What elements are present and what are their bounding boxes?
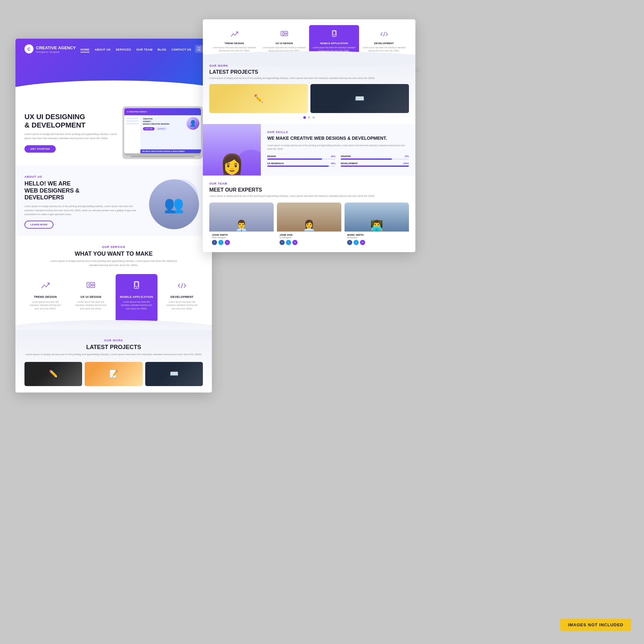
social-twitter-1[interactable]: t (218, 240, 223, 245)
member-socials-2: f t in (279, 240, 339, 245)
right-dev-icon (378, 28, 390, 40)
dot-3[interactable] (312, 116, 315, 119)
nav-about[interactable]: ABOUT US (95, 48, 110, 51)
member-name-2: JANE DOE (279, 233, 339, 236)
dot-active[interactable] (303, 116, 306, 119)
social-twitter-3[interactable]: t (354, 240, 359, 245)
nav-home[interactable]: HOME (81, 48, 90, 52)
page-left: C CREATIVE AGENCY Wordpress Template HOM… (15, 39, 212, 393)
member-socials-3: f t in (347, 240, 406, 245)
hero-text: UX UI DESIGNING& DEVELOPMENT Lorem ipsum… (24, 113, 119, 152)
service-name-mobile: MOBILE APPLICATION (119, 295, 154, 298)
project-thumb-1[interactable]: ✏️ (24, 362, 82, 386)
right-project-1[interactable]: ✏️ (209, 84, 308, 113)
project-icon-1: ✏️ (49, 370, 58, 378)
service-name-trend: TREND DESIGN (28, 295, 63, 298)
service-desc-trend: Lorem Ipsum has been the industry's stan… (28, 300, 63, 311)
laptop-sidebar (124, 115, 140, 153)
nav-contact[interactable]: CONTACT US (172, 48, 191, 51)
svg-rect-4 (135, 282, 138, 287)
projects-title: LATEST PROJECTS (24, 344, 203, 351)
team-members: 👨‍💼 JOHN SIMTH Web Designer f t in 👩‍💼 (209, 203, 409, 246)
about-text: ABOUT US HELLO! WE AREWEB DESIGNERS &DEV… (24, 175, 143, 229)
project-icon-2: 📝 (109, 370, 118, 378)
skill-graphic-label: GRAPHIC (341, 155, 351, 157)
skill-dev-pct: 100% (403, 162, 409, 165)
member-info-3: MARK SMITH Developer f t in (345, 232, 409, 246)
skills-image: 👩 (203, 124, 261, 175)
team-photo-2: 👩‍💼 (277, 203, 341, 232)
nav-links: HOME ABOUT US SERVICES OUR TEAM BLOG CON… (81, 46, 191, 52)
right-projects-header: OUR WORK LATEST PROJECTS Lorem ipsum is … (209, 64, 409, 80)
svg-rect-8 (282, 33, 284, 35)
skill-dev-label: DEVELOPMENT (341, 162, 358, 165)
member-photo-icon-1: 👨‍💼 (235, 219, 248, 232)
trend-design-icon (39, 279, 52, 292)
skill-design-track (267, 158, 336, 160)
skill-graphic-track (341, 158, 409, 160)
hero-description: Lorem ipsum is simply dummy text of the … (24, 132, 119, 141)
skill-design-label: DESIGN (267, 155, 276, 157)
nav-team[interactable]: OUR TEAM (136, 48, 152, 51)
laptop-btn1: EXPLORE (143, 127, 155, 130)
dot-2[interactable] (308, 116, 310, 119)
skill-graphic-fill (341, 158, 392, 160)
right-service-desc-dev: Lorem Ipsum has been the industry's stan… (362, 46, 406, 52)
service-name-ux: UX UI DESIGN (73, 295, 109, 298)
projects-section: OUR WORK LATEST PROJECTS Lorem ipsum is … (15, 330, 212, 393)
logo: C CREATIVE AGENCY Wordpress Template (24, 44, 76, 53)
services-title: WHAT YOU WANT TO MAKE (24, 251, 203, 257)
team-member-2: 👩‍💼 JANE DOE UI Designer f t in (277, 203, 341, 246)
logo-sub: Wordpress Template (36, 51, 76, 53)
right-project-icon-1: ✏️ (254, 94, 263, 103)
svg-point-5 (136, 287, 137, 288)
logo-text-block: CREATIVE AGENCY Wordpress Template (36, 45, 76, 53)
social-linkedin-1[interactable]: in (225, 240, 230, 245)
social-twitter-2[interactable]: t (286, 240, 291, 245)
right-service-desc-trend: Lorem Ipsum has been the industry's stan… (212, 46, 257, 52)
nav-services[interactable]: SERVICES (116, 48, 131, 51)
mobile-app-icon (130, 279, 143, 292)
social-linkedin-2[interactable]: in (292, 240, 298, 245)
right-projects-grid: ✏️ ⌨️ (209, 84, 409, 113)
laptop-outer: C CREATIVE AGENCY CREATIVEAGENCYMAKES CR… (122, 106, 203, 159)
team-photo-3: 👨‍💻 (345, 203, 409, 232)
service-card-ux: UX UI DESIGN Lorem Ipsum has been the in… (70, 274, 112, 322)
skills-section: 👩 OUR SKILLS WE MAKE CREATIVE WEB DESIGN… (203, 124, 415, 175)
skills-content: OUR SKILLS WE MAKE CREATIVE WEB DESIGNS … (261, 124, 415, 175)
social-facebook-3[interactable]: f (347, 240, 352, 245)
hero-section: UX UI DESIGNING& DEVELOPMENT Lorem ipsum… (15, 97, 212, 166)
team-title: MEET OUR EXPERTS (209, 187, 409, 193)
right-service-name-dev: DEVELOPMENT (362, 42, 406, 45)
hero-laptop-mockup: C CREATIVE AGENCY CREATIVEAGENCYMAKES CR… (122, 106, 203, 159)
laptop-screen: C CREATIVE AGENCY CREATIVEAGENCYMAKES CR… (124, 108, 201, 153)
social-linkedin-3[interactable]: in (360, 240, 365, 245)
project-thumb-2[interactable]: 📝 (85, 362, 142, 386)
service-card-dev: DEVELOPMENT Lorem Ipsum has been the ind… (161, 274, 203, 322)
about-title: HELLO! WE AREWEB DESIGNERS &DEVELOPERS (24, 180, 143, 201)
skill-design-header: DESIGN 80% (267, 155, 336, 157)
social-facebook-1[interactable]: f (212, 240, 217, 245)
team-photo-1: 👨‍💼 (209, 203, 274, 232)
services-grid: TREND DESIGN Lorem Ipsum has been the in… (24, 274, 203, 322)
skill-design-fill (267, 158, 322, 160)
laptop-avatar: 👤 (186, 117, 199, 130)
projects-description: Lorem ipsum is simply dummy text of the … (24, 353, 203, 357)
social-facebook-2[interactable]: f (279, 240, 285, 245)
page-right: TREND DESIGN Lorem Ipsum has been the in… (203, 19, 415, 252)
menu-button[interactable]: ☰ (195, 45, 203, 53)
laptop-foot (131, 156, 194, 157)
skill-ux-track (267, 166, 336, 167)
right-project-icon-2: ⌨️ (355, 94, 365, 103)
get-started-button[interactable]: GET STARTED (24, 145, 56, 153)
project-thumb-3[interactable]: ⌨️ (145, 362, 203, 386)
right-projects-desc: Lorem ipsum is simply dummy text of the … (209, 76, 409, 80)
skill-ux-fill (267, 166, 329, 167)
nav-blog[interactable]: BLOG (157, 48, 166, 51)
logo-name: CREATIVE AGENCY (36, 45, 76, 50)
right-project-2[interactable]: ⌨️ (310, 84, 409, 113)
skill-ux-header: UX RESERACH 90% (267, 162, 336, 165)
learn-more-button[interactable]: LEARN MORE (24, 221, 53, 229)
development-icon (175, 279, 188, 292)
projects-grid: ✏️ 📝 ⌨️ (24, 362, 203, 386)
